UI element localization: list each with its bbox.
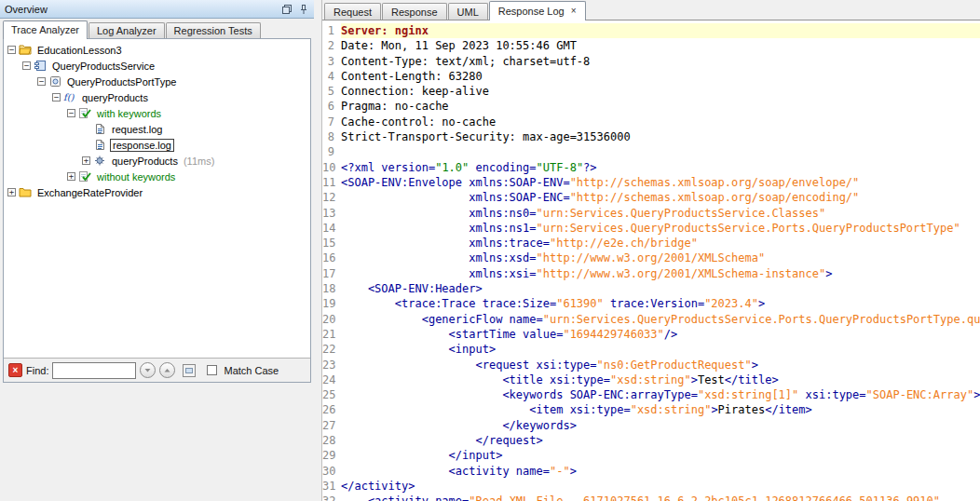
- line-number: 30: [322, 464, 341, 479]
- code-line: 18 <SOAP-ENV:Header>: [322, 281, 980, 296]
- line-text: Server: nginx: [341, 23, 980, 38]
- collapse-toggle-icon[interactable]: −: [7, 46, 16, 54]
- line-number: 15: [322, 236, 341, 250]
- code-line: 7Cache-control: no-cache: [322, 115, 980, 129]
- line-text: </activity>: [341, 479, 980, 494]
- titlebar-icons: [280, 3, 309, 15]
- viewer-tab-response-log[interactable]: Response Log×: [489, 1, 586, 20]
- code-line: 10<?xml version="1.0" encoding="UTF-8"?>: [322, 160, 980, 175]
- code-line: 23 <request xsi:type="ns0:GetProductRequ…: [322, 358, 980, 372]
- match-case-checkbox[interactable]: [207, 365, 217, 375]
- line-number: 7: [322, 115, 341, 129]
- code-line: 24 <title xsi:type="xsd:string">Test</ti…: [322, 372, 980, 387]
- tree-item-label: without keywords: [95, 171, 177, 183]
- activity-icon: [93, 155, 107, 167]
- line-number: 32: [322, 494, 341, 501]
- log-file-icon: [93, 139, 107, 151]
- find-previous-icon[interactable]: [159, 362, 175, 378]
- line-text: <startTime value="1694429746033"/>: [341, 327, 980, 342]
- collapse-toggle-icon[interactable]: −: [37, 77, 46, 86]
- tree-item-label: with keywords: [95, 108, 163, 119]
- line-number: 12: [322, 190, 341, 205]
- line-number: 25: [322, 387, 341, 402]
- line-text: <?xml version="1.0" encoding="UTF-8"?>: [341, 160, 980, 175]
- overview-tabbar: Trace AnalyzerLog AnalyzerRegression Tes…: [0, 19, 314, 38]
- close-tab-icon[interactable]: ×: [571, 7, 577, 16]
- line-text: Cache-control: no-cache: [341, 115, 980, 129]
- code-line: 21 <startTime value="1694429746033"/>: [322, 327, 980, 342]
- line-text: xmlns:ns0="urn:Services.QueryProductsSer…: [341, 206, 980, 221]
- tree-item-queryproducts[interactable]: −f()queryProducts: [4, 89, 310, 105]
- code-line: 19 <trace:Trace trace:Size="61390" trace…: [322, 296, 980, 311]
- expand-toggle-icon[interactable]: +: [82, 156, 90, 165]
- line-number: 26: [322, 402, 341, 417]
- line-number: 22: [322, 342, 341, 357]
- line-number: 13: [322, 206, 341, 221]
- tree-item-queryproductsporttype[interactable]: −QueryProductsPortType: [4, 74, 310, 89]
- tree-item-without-keywords[interactable]: +without keywords: [4, 169, 310, 184]
- highlight-matches-icon[interactable]: [183, 364, 196, 377]
- line-text: <title xsi:type="xsd:string">Test</title…: [341, 372, 980, 387]
- tree-item-queryproductsservice[interactable]: −QueryProductsService: [4, 58, 310, 74]
- code-line: 12 xmlns:SOAP-ENC="http://schemas.xmlsoa…: [322, 190, 980, 205]
- code-line: 31</activity>: [322, 479, 980, 494]
- tree-item-exchangerateprovider[interactable]: +ExchangeRateProvider: [4, 184, 310, 200]
- trace-tree[interactable]: −EducationLesson3−QueryProductsService−Q…: [4, 39, 310, 358]
- response-log-content[interactable]: 1Server: nginx2Date: Mon, 11 Sep 2023 10…: [322, 20, 980, 501]
- tree-item-label: response.log: [110, 139, 174, 152]
- code-line: 25 <keywords SOAP-ENC:arrayType="xsd:str…: [322, 387, 980, 402]
- code-line: 6Pragma: no-cache: [322, 99, 980, 114]
- overview-tab-trace-analyzer[interactable]: Trace Analyzer: [3, 20, 88, 39]
- code-line: 28 </request>: [322, 433, 980, 448]
- tree-item-educationlesson3[interactable]: −EducationLesson3: [4, 42, 310, 58]
- folder-open-icon: [19, 44, 33, 56]
- code-line: 4Content-Length: 63280: [322, 69, 980, 84]
- collapse-toggle-icon[interactable]: −: [22, 61, 31, 70]
- tree-item-queryproducts[interactable]: +queryProducts(11ms): [4, 153, 310, 169]
- line-text: [341, 144, 980, 159]
- tree-item-response-log[interactable]: response.log: [4, 137, 310, 153]
- testcase-check-icon: [78, 107, 92, 119]
- float-window-icon[interactable]: [280, 3, 293, 15]
- line-text: xmlns:xsd="http://www.w3.org/2001/XMLSch…: [341, 250, 980, 265]
- find-input[interactable]: [52, 362, 136, 379]
- code-line: 3Content-Type: text/xml; charset=utf-8: [322, 54, 980, 69]
- find-close-icon[interactable]: ×: [8, 363, 22, 377]
- find-next-icon[interactable]: [140, 362, 156, 378]
- svg-text:f(): f(): [63, 92, 75, 102]
- line-text: xmlns:trace="http://e2e.ch/bridge": [341, 236, 980, 250]
- collapse-toggle-icon[interactable]: −: [52, 93, 61, 102]
- viewer-tab-uml[interactable]: UML: [448, 3, 488, 20]
- panel-filler: [0, 383, 314, 501]
- code-line: 29 </input>: [322, 448, 980, 463]
- line-text: xmlns:SOAP-ENC="http://schemas.xmlsoap.o…: [341, 190, 980, 205]
- trace-analyzer-content: −EducationLesson3−QueryProductsService−Q…: [3, 38, 311, 383]
- overview-titlebar: Overview: [0, 0, 314, 19]
- line-text: xmlns:xsi="http://www.w3.org/2001/XMLSch…: [341, 266, 980, 281]
- line-number: 27: [322, 418, 341, 433]
- viewer-tab-request[interactable]: Request: [324, 3, 381, 20]
- tree-item-label: request.log: [110, 124, 164, 135]
- line-text: Content-Length: 63280: [341, 69, 980, 84]
- line-text: <activity name="-">: [341, 464, 980, 479]
- find-label: Find:: [26, 365, 48, 376]
- tree-item-with-keywords[interactable]: −with keywords: [4, 105, 310, 121]
- pin-window-icon[interactable]: [297, 3, 309, 15]
- line-number: 29: [322, 448, 341, 463]
- expand-toggle-icon[interactable]: +: [67, 172, 75, 181]
- tree-item-request-log[interactable]: request.log: [4, 121, 310, 137]
- code-line: 30 <activity name="-">: [322, 464, 980, 479]
- overview-tab-regression-tests[interactable]: Regression Tests: [166, 22, 261, 38]
- tree-item-label: queryProducts: [110, 156, 180, 167]
- line-number: 5: [322, 84, 341, 99]
- panel-splitter[interactable]: [314, 0, 321, 501]
- code-line: 2Date: Mon, 11 Sep 2023 10:55:46 GMT: [322, 38, 980, 53]
- collapse-toggle-icon[interactable]: −: [67, 109, 75, 117]
- overview-tab-log-analyzer[interactable]: Log Analyzer: [88, 22, 165, 38]
- code-line: 26 <item xsi:type="xsd:string">Pirates</…: [322, 402, 980, 417]
- tree-item-label: QueryProductsService: [50, 61, 157, 72]
- testcase-check-icon: [78, 170, 92, 183]
- viewer-tab-response[interactable]: Response: [382, 3, 447, 20]
- code-line: 17 xmlns:xsi="http://www.w3.org/2001/XML…: [322, 266, 980, 281]
- expand-toggle-icon[interactable]: +: [7, 188, 16, 196]
